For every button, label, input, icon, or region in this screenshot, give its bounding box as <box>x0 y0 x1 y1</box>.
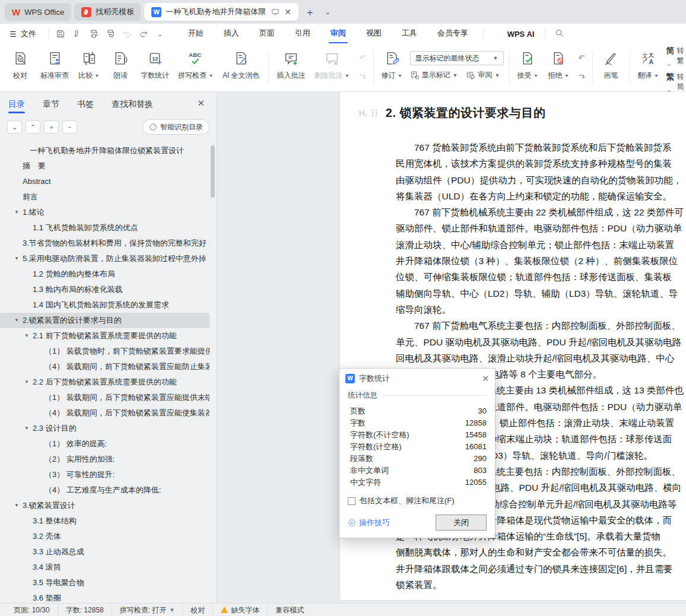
undo-button[interactable] <box>120 27 134 41</box>
collapse-arrow-icon[interactable]: ▼ <box>14 313 19 328</box>
accept-change-button[interactable]: 接受▼ <box>513 47 544 89</box>
previous-comment-button[interactable] <box>358 53 368 66</box>
ribbon-button[interactable]: 删除批注▼ <box>310 47 354 89</box>
close-dialog-button[interactable]: 关闭 <box>436 515 487 531</box>
review-pane-button[interactable]: 审阅 ▼ <box>466 70 500 80</box>
toc-item[interactable]: ▼ 3.节省货物的包装材料和费用，保持货物的完整和完好 ... <box>0 236 209 251</box>
toc-item[interactable]: ▼ 2.2 后下货舱锁紧装置系统需要提供的功能 <box>0 374 209 390</box>
new-tab-button[interactable]: ＋ <box>301 5 319 19</box>
ribbon-button[interactable]: 校对▼ <box>5 47 36 89</box>
previous-change-button[interactable] <box>577 53 587 66</box>
next-change-button[interactable] <box>577 71 587 83</box>
status-item[interactable]: 兼容模式 ▼ <box>267 606 312 614</box>
dialog-close-icon[interactable]: ✕ <box>482 374 489 383</box>
toc-item[interactable]: ▼ 一种飞机勤务地井升降箱体限位锁紧装置设计 <box>0 143 209 158</box>
present-monitor-icon[interactable] <box>271 8 280 16</box>
toc-item[interactable]: ▼ 3.1 整体结构 <box>0 513 209 529</box>
tab-current-document[interactable]: W 一种飞机勤务地井升降箱体限 ✕ <box>144 3 298 21</box>
markup-state-select[interactable]: 显示标记的最终状态 ▼ <box>410 51 504 65</box>
file-menu-button[interactable]: ☰ 文件 <box>9 28 43 39</box>
zoom-in-outline-button[interactable]: ＋ <box>44 120 59 134</box>
print-preview-button[interactable] <box>103 27 117 41</box>
ribbon-button[interactable]: 插入批注▼ <box>273 47 310 89</box>
status-item[interactable]: 缺失字体 ▼ <box>212 606 267 614</box>
toc-item[interactable]: ▼ （3） 可靠性的提升: <box>0 467 209 482</box>
toc-item[interactable]: ▼ 2.锁紧装置的设计要求与目的 <box>0 313 209 328</box>
collapse-arrow-icon[interactable]: ▼ <box>14 498 19 513</box>
toc-item[interactable]: ▼ 3.锁紧装置设计 <box>0 498 209 513</box>
pane-tab[interactable]: 目录 <box>8 92 25 116</box>
ribbon-button[interactable]: AI 全文润色▼ <box>218 47 264 89</box>
close-pane-icon[interactable]: ✕ <box>197 98 205 109</box>
ribbon-tab[interactable]: 工具 <box>392 24 427 44</box>
translate-button[interactable]: 翻译▼ <box>633 47 664 89</box>
status-item[interactable]: 字数: 12858 ▼ <box>58 606 112 614</box>
toc-item[interactable]: ▼ 5.采用电驱动防滑装置，防止集装器装卸过程中意外掉 ... <box>0 251 209 266</box>
chinese-convert-button[interactable]: 繁→ 转简 <box>666 72 684 92</box>
ribbon-button[interactable]: 比较▼ <box>74 47 104 89</box>
tab-docer-templates[interactable]: 找稻壳模板 <box>74 3 141 21</box>
toc-item[interactable]: ▼ 1.绪论 <box>0 205 209 220</box>
toc-item[interactable]: ▼ 3.2 壳体 <box>0 529 209 544</box>
tab-list-dropdown-icon[interactable]: ⌄ <box>322 8 334 16</box>
ribbon-tab[interactable]: 审阅 <box>320 24 356 44</box>
toc-item[interactable]: ▼ 3.4 滚筒 <box>0 560 209 575</box>
ribbon-tab[interactable]: 视图 <box>356 24 392 44</box>
collapse-arrow-icon[interactable]: ▼ <box>24 421 29 436</box>
toc-item[interactable]: ▼ （4） 工艺难度与生产成本的降低: <box>0 482 209 498</box>
chinese-convert-button[interactable]: 简→ 转繁 <box>666 46 684 66</box>
checkbox-unchecked[interactable] <box>348 497 355 505</box>
export-pdf-button[interactable] <box>70 27 84 41</box>
status-item[interactable]: 页面: 10/30 ▼ <box>6 606 58 614</box>
ink-pen-button[interactable]: 画笔 <box>596 47 627 89</box>
toc-item[interactable]: ▼ 1.1 飞机货舱装卸货系统的优点 <box>0 220 209 236</box>
ribbon-button[interactable]: 字数统计▼ <box>136 47 173 89</box>
toc-item[interactable]: ▼ 3.5 导电聚合物 <box>0 575 209 590</box>
save-button[interactable] <box>53 27 68 41</box>
drag-handle-icon[interactable] <box>371 109 379 117</box>
redo-button[interactable] <box>136 27 151 41</box>
search-icon[interactable] <box>550 28 569 39</box>
smart-toc-button[interactable]: 智能识别目录 <box>142 119 209 135</box>
collapse-arrow-icon[interactable]: ▼ <box>24 328 29 344</box>
collapse-ribbon-icon[interactable]: ↘ <box>677 82 681 89</box>
toc-item[interactable]: ▼ 2.1 前下货舱锁紧装置系统需要提供的功能 <box>0 328 209 344</box>
sidebar-scrollbar-thumb[interactable] <box>211 145 215 198</box>
collapse-arrow-icon[interactable]: ▼ <box>14 205 19 220</box>
collapse-arrow-icon[interactable]: ▼ <box>24 374 29 390</box>
ribbon-tab[interactable]: 页面 <box>249 24 285 44</box>
toc-item[interactable]: ▼ （1） 装载货物时，前下货舱锁紧装置要求能提供 ... <box>0 344 209 359</box>
zoom-out-outline-button[interactable]: － <box>62 120 77 134</box>
close-tab-icon[interactable]: ✕ <box>284 7 291 17</box>
print-button[interactable] <box>87 27 101 41</box>
dialog-title-bar[interactable]: W 字数统计 ✕ <box>339 369 495 388</box>
toc-item[interactable]: ▼ 3.3 止动器总成 <box>0 544 209 560</box>
toc-item[interactable]: ▼ 3.6 垫圈 <box>0 590 209 603</box>
toc-item[interactable]: ▼ 2.3 设计目的 <box>0 421 209 436</box>
toc-item[interactable]: ▼ 1.4 国内飞机货舱装卸货系统的发展需求 <box>0 297 209 313</box>
toc-item[interactable]: ▼ （1） 装载期间，后下货舱锁紧装置应能提供末端 ... <box>0 390 209 405</box>
track-changes-button[interactable]: 修订▼ <box>377 47 408 89</box>
toc-item[interactable]: ▼ （4） 装载期间，前下货舱锁紧装置应能防止集装 ... <box>0 359 209 374</box>
toc-item[interactable]: ▼ 1.2 货舱的舱内整体布局 <box>0 266 209 282</box>
pane-tab[interactable]: 书签 <box>77 92 94 116</box>
next-comment-button[interactable] <box>358 71 368 83</box>
toc-item[interactable]: ▼ （1） 效率的提高: <box>0 436 209 452</box>
ribbon-button[interactable]: 拼写检查▼ <box>174 47 218 89</box>
ribbon-tab[interactable]: 开始 <box>178 24 214 44</box>
ribbon-button[interactable]: 标准审查▼ <box>36 47 73 89</box>
expand-all-button[interactable]: ⌄ <box>7 120 22 134</box>
reject-change-button[interactable]: 拒绝▼ <box>544 47 574 89</box>
show-markup-button[interactable]: 显示标记 ▼ <box>410 70 458 80</box>
ribbon-tab[interactable]: 引用 <box>285 24 320 44</box>
toc-item[interactable]: ▼ 前言 <box>0 189 209 205</box>
qat-more-dropdown-icon[interactable]: ⌄ <box>153 27 167 41</box>
wps-ai-button[interactable]: WPS AI <box>488 29 541 39</box>
collapse-all-button[interactable]: ⌃ <box>26 120 40 134</box>
toc-item[interactable]: ▼ （4） 装载期间，后下货舱锁紧装置应能使集装器 ... <box>0 405 209 421</box>
toc-item[interactable]: ▼ 1.3 舱内布局的标准化装载 <box>0 282 209 297</box>
status-item[interactable]: 拼写检查: 打开 ▼ <box>112 606 183 614</box>
status-item[interactable]: 校对 ▼ <box>182 606 212 614</box>
ribbon-button[interactable]: 朗读▼ <box>105 47 136 89</box>
pane-tab[interactable]: 查找和替换 <box>112 92 153 116</box>
